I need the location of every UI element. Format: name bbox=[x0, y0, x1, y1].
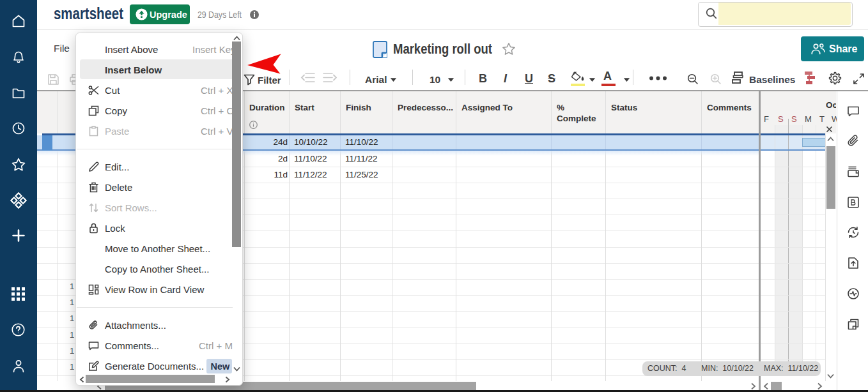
svg-text:smartsheet: smartsheet bbox=[54, 4, 123, 23]
svg-text:29 Days Left: 29 Days Left bbox=[198, 10, 242, 20]
svg-text:Marketing roll out: Marketing roll out bbox=[393, 41, 493, 57]
